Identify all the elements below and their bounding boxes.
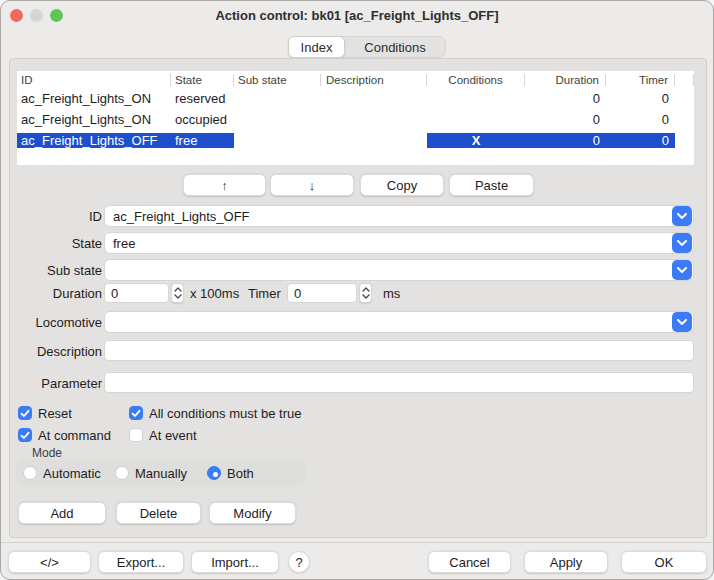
question-mark-icon: ?	[295, 555, 302, 570]
delete-button[interactable]: Delete	[116, 502, 201, 524]
col-header-filler	[675, 74, 694, 86]
all-conditions-checkbox[interactable]	[129, 406, 143, 420]
actions-table: ID State Sub state Description Condition…	[16, 70, 695, 166]
chevron-down-icon[interactable]	[672, 233, 692, 253]
index-panel: ID State Sub state Description Condition…	[9, 58, 707, 538]
mode-group-label: Mode	[32, 446, 62, 460]
code-view-button[interactable]: </>	[8, 551, 91, 573]
col-header-id[interactable]: ID	[17, 74, 171, 86]
mode-automatic-radio[interactable]	[23, 466, 37, 480]
tab-conditions-label: Conditions	[364, 40, 425, 55]
help-button[interactable]: ?	[288, 551, 310, 573]
delete-button-label: Delete	[140, 506, 178, 521]
modify-button-label: Modify	[233, 506, 271, 521]
cell-id: ac_Freight_Lights_OFF	[17, 133, 171, 148]
state-label: State	[10, 236, 102, 251]
timer-stepper[interactable]	[359, 283, 372, 303]
locomotive-label: Locomotive	[10, 315, 102, 330]
chevron-down-icon[interactable]	[672, 312, 692, 332]
cell-state: reserved	[171, 91, 234, 106]
at-command-checkbox[interactable]	[18, 428, 32, 442]
import-button[interactable]: Import...	[191, 551, 279, 573]
cell-timer: 0	[606, 133, 675, 148]
mode-automatic-label: Automatic	[43, 466, 101, 481]
col-header-sub-state[interactable]: Sub state	[234, 74, 321, 86]
cell-duration: 0	[525, 112, 606, 127]
table-header: ID State Sub state Description Condition…	[17, 71, 694, 88]
tab-conditions[interactable]: Conditions	[345, 37, 445, 57]
state-combobox-value: free	[105, 236, 672, 251]
duration-input[interactable]	[104, 283, 169, 303]
cancel-button[interactable]: Cancel	[428, 551, 511, 573]
cell-id: ac_Freight_Lights_ON	[17, 91, 171, 106]
export-button[interactable]: Export...	[98, 551, 184, 573]
add-button-label: Add	[50, 506, 73, 521]
parameter-input[interactable]	[104, 372, 694, 393]
cell-duration: 0	[525, 133, 606, 148]
title-bar: Action control: bk01 [ac_Freight_Lights_…	[1, 1, 713, 29]
table-row[interactable]: ac_Freight_Lights_ONoccupied00	[17, 109, 694, 130]
table-row[interactable]: ac_Freight_Lights_OFFfreeX00	[17, 130, 694, 151]
all-conditions-checkbox-label: All conditions must be true	[149, 406, 301, 421]
timer-unit: ms	[383, 286, 400, 301]
at-event-checkbox[interactable]	[129, 428, 143, 442]
copy-button-label: Copy	[387, 178, 417, 193]
move-up-button[interactable]: ↑	[183, 174, 266, 196]
cell-timer: 0	[606, 91, 675, 106]
code-view-button-label: </>	[40, 555, 59, 570]
footer-divider	[1, 542, 714, 543]
parameter-label: Parameter	[10, 376, 102, 391]
locomotive-combobox[interactable]	[104, 311, 694, 333]
add-button[interactable]: Add	[18, 502, 106, 524]
reset-checkbox[interactable]	[18, 406, 32, 420]
cell-state: occupied	[171, 112, 234, 127]
col-header-state[interactable]: State	[171, 74, 234, 86]
mode-manually-label: Manually	[135, 466, 187, 481]
up-arrow-icon: ↑	[221, 178, 228, 193]
col-header-duration[interactable]: Duration	[525, 74, 606, 86]
col-header-conditions[interactable]: Conditions	[427, 74, 525, 86]
tab-index-label: Index	[301, 40, 333, 55]
duration-label: Duration	[10, 286, 102, 301]
cell-duration: 0	[525, 91, 606, 106]
sub-state-label: Sub state	[10, 263, 102, 278]
tab-index[interactable]: Index	[288, 36, 345, 58]
window-title: Action control: bk01 [ac_Freight_Lights_…	[1, 8, 713, 23]
export-button-label: Export...	[117, 555, 165, 570]
id-combobox[interactable]: ac_Freight_Lights_OFF	[104, 205, 694, 227]
ok-button[interactable]: OK	[621, 551, 707, 573]
modify-button[interactable]: Modify	[209, 502, 296, 524]
table-body: ac_Freight_Lights_ONreserved00ac_Freight…	[17, 88, 694, 151]
cell-timer: 0	[606, 112, 675, 127]
import-button-label: Import...	[211, 555, 259, 570]
col-header-timer[interactable]: Timer	[606, 74, 675, 86]
id-combobox-value: ac_Freight_Lights_OFF	[105, 209, 672, 224]
down-arrow-icon: ↓	[309, 178, 316, 193]
mode-manually-radio[interactable]	[115, 466, 129, 480]
chevron-down-icon[interactable]	[672, 260, 692, 280]
state-combobox[interactable]: free	[104, 232, 694, 254]
ok-button-label: OK	[655, 555, 674, 570]
tab-bar: Index Conditions	[288, 36, 446, 58]
description-input[interactable]	[104, 340, 694, 361]
description-label: Description	[10, 344, 102, 359]
apply-button[interactable]: Apply	[524, 551, 608, 573]
duration-stepper[interactable]	[171, 283, 184, 303]
col-header-description[interactable]: Description	[321, 74, 427, 86]
chevron-down-icon[interactable]	[672, 206, 692, 226]
id-label: ID	[10, 209, 102, 224]
sub-state-combobox[interactable]	[104, 259, 694, 281]
action-control-dialog: Action control: bk01 [ac_Freight_Lights_…	[0, 0, 714, 580]
cell-conditions: X	[427, 133, 525, 148]
mode-both-radio[interactable]	[207, 466, 221, 480]
cell-id: ac_Freight_Lights_ON	[17, 112, 171, 127]
at-command-checkbox-label: At command	[38, 428, 111, 443]
mode-both-label: Both	[227, 466, 254, 481]
paste-button[interactable]: Paste	[449, 174, 534, 196]
cell-state: free	[171, 133, 234, 148]
timer-input[interactable]	[287, 283, 357, 303]
copy-button[interactable]: Copy	[360, 174, 444, 196]
move-down-button[interactable]: ↓	[270, 174, 354, 196]
table-row[interactable]: ac_Freight_Lights_ONreserved00	[17, 88, 694, 109]
paste-button-label: Paste	[475, 178, 508, 193]
